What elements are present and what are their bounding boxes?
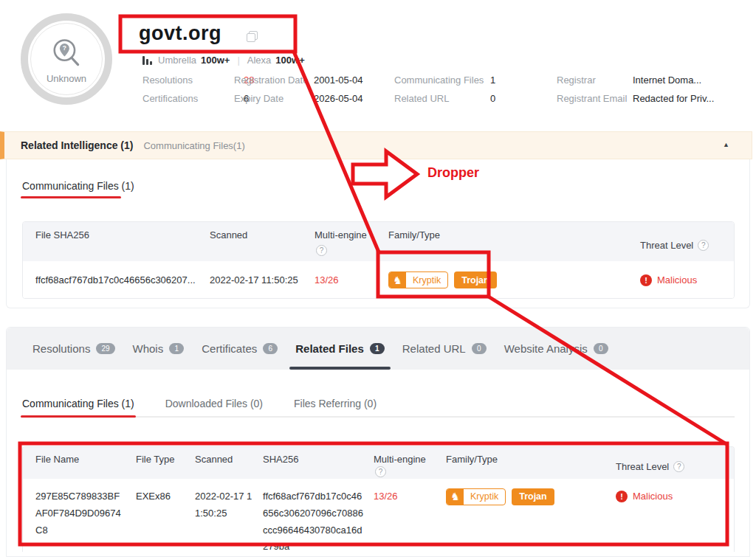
certifications-label: Certifications [142, 93, 198, 104]
trojan-horse-icon: ♞ [447, 488, 464, 505]
threat-text: Malicious [657, 274, 697, 286]
count-badge: 29 [96, 343, 114, 354]
threat-intel-page: ? Unknown govt.org Umbrella 100w+ | Alex… [0, 0, 756, 557]
reputation-label: Unknown [47, 73, 86, 84]
col-threat-level: Threat Level ? [640, 229, 721, 261]
cell-multi-engine: 13/26 [315, 274, 388, 286]
tab-communicating-files-top[interactable]: Communicating Files (1) [22, 180, 134, 192]
related-intelligence-title[interactable]: Related Intelligence (1) [21, 139, 133, 151]
cell-file-name[interactable]: 297E85C789833BFAF0F784D9D09674C8 [35, 488, 136, 539]
cell-file-type: EXEx86 [136, 488, 195, 505]
related-intelligence-subtitle[interactable]: Communicating Files(1) [143, 140, 244, 151]
table-header-row: File Name File Type Scanned SHA256 Multi… [23, 447, 734, 479]
family-badge[interactable]: ♞ Kryptik [446, 488, 506, 505]
type-badge[interactable]: Trojan [454, 271, 497, 288]
registrant-email-value: Redacted for Priv... [633, 93, 714, 104]
related-files-table: File Name File Type Scanned SHA256 Multi… [22, 446, 735, 552]
col-file-sha256: File SHA256 [35, 229, 210, 261]
family-badge[interactable]: ♞ Kryptik [388, 271, 448, 288]
trojan-horse-icon: ♞ [389, 271, 406, 288]
tab-website-analysis[interactable]: Website Analysis0 [495, 328, 617, 370]
threat-text: Malicious [633, 488, 673, 505]
communicating-files-table: File SHA256 Scanned Multi-engine ? Famil… [22, 221, 735, 299]
bar-chart-icon [142, 56, 152, 65]
active-tab-underline [21, 196, 121, 198]
col-family-type: Family/Type [388, 229, 640, 261]
table-row[interactable]: ffcf68acf767db17c0c46656c306207... 2022-… [23, 261, 734, 299]
expiry-date-value: 2026-05-04 [314, 93, 363, 104]
help-icon[interactable]: ? [698, 240, 709, 251]
col-multi-engine: Multi-engine ? [315, 229, 388, 261]
table-row[interactable]: 297E85C789833BFAF0F784D9D09674C8 EXEx86 … [23, 479, 734, 552]
col-scanned: Scanned [195, 454, 263, 479]
tab-related-url[interactable]: Related URL0 [394, 328, 495, 370]
col-family-type: Family/Type [446, 454, 616, 479]
umbrella-label: Umbrella [158, 55, 196, 66]
subtab-files-referring[interactable]: Files Referring (0) [294, 398, 377, 416]
communicating-files-value: 1 [490, 75, 495, 86]
help-icon[interactable]: ? [316, 245, 327, 256]
tab-certificates[interactable]: Certificates6 [193, 328, 286, 370]
registrar-label: Registrar [557, 75, 596, 86]
cell-sha256[interactable]: ffcf68acf767db17c0c46656c306207... [35, 274, 210, 286]
col-file-name: File Name [35, 454, 136, 479]
cell-family-type: ♞ Kryptik Trojan [446, 488, 616, 505]
alexa-value: 100w+ [275, 55, 304, 66]
col-threat-level: Threat Level ? [616, 454, 721, 479]
count-badge: 0 [472, 343, 487, 354]
cell-scanned: 2022-02-17 11:50:25 [210, 274, 315, 286]
related-url-value: 0 [490, 93, 495, 104]
main-tabs-bar: Resolutions29 Whois1 Certificates6 Relat… [7, 328, 749, 370]
col-file-type: File Type [136, 454, 195, 479]
col-multi-engine: Multi-engine ? [374, 454, 446, 479]
cell-multi-engine: 13/26 [374, 488, 446, 505]
cell-threat-level: ! Malicious [616, 488, 721, 505]
tab-resolutions[interactable]: Resolutions29 [24, 328, 124, 370]
umbrella-value: 100w+ [201, 55, 230, 66]
help-icon[interactable]: ? [375, 466, 386, 477]
copy-icon[interactable] [247, 31, 258, 42]
table-header-row: File SHA256 Scanned Multi-engine ? Famil… [23, 222, 734, 261]
subtab-downloaded-files[interactable]: Downloaded Files (0) [165, 398, 263, 416]
tab-related-files[interactable]: Related Files1 [286, 328, 394, 370]
count-badge: 6 [263, 343, 278, 354]
registrant-email-label: Registrant Email [557, 93, 627, 104]
count-badge: 0 [594, 343, 608, 354]
cell-sha256[interactable]: ffcf68acf767db17c0c46656c306207096c70886… [263, 488, 374, 552]
expiry-date-label: Expiry Date [234, 93, 284, 104]
cell-threat-level: ! Malicious [640, 274, 721, 286]
tab-whois[interactable]: Whois1 [124, 328, 193, 370]
page-title: govt.org [139, 22, 221, 45]
malicious-alert-icon: ! [640, 274, 652, 286]
count-badge: 1 [370, 343, 385, 354]
col-scanned: Scanned [210, 229, 315, 261]
col-sha256: SHA256 [263, 454, 374, 479]
malicious-alert-icon: ! [616, 491, 628, 502]
cell-family-type: ♞ Kryptik Trojan [388, 271, 640, 288]
cell-scanned: 2022-02-17 11:50:25 [195, 488, 263, 522]
rank-row: Umbrella 100w+ | Alexa 100w+ [142, 55, 305, 66]
svg-text:?: ? [63, 44, 66, 52]
resolutions-label: Resolutions [142, 75, 193, 86]
related-intelligence-bar: Related Intelligence (1) Communicating F… [0, 131, 752, 159]
alexa-label: Alexa [247, 55, 272, 66]
reputation-badge: ? Unknown [21, 13, 112, 105]
related-url-label: Related URL [394, 93, 449, 104]
unknown-search-pin-icon: ? [47, 35, 86, 72]
type-badge[interactable]: Trojan [512, 488, 554, 505]
communicating-files-label: Communicating Files [394, 75, 484, 86]
subtab-communicating-files[interactable]: Communicating Files (1) [22, 398, 134, 416]
count-badge: 1 [169, 343, 184, 354]
help-icon[interactable]: ? [673, 461, 684, 472]
registration-date-value: 2001-05-04 [314, 75, 363, 86]
rank-divider: | [237, 55, 239, 66]
sub-tabs-bar: Communicating Files (1) Downloaded Files… [22, 395, 735, 418]
registrar-value: Internet Doma... [633, 75, 701, 86]
registration-date-label: Registration Date [234, 75, 308, 86]
reputation-badge-inner: ? Unknown [30, 23, 103, 95]
collapse-caret-icon[interactable]: ▲ [723, 141, 729, 148]
